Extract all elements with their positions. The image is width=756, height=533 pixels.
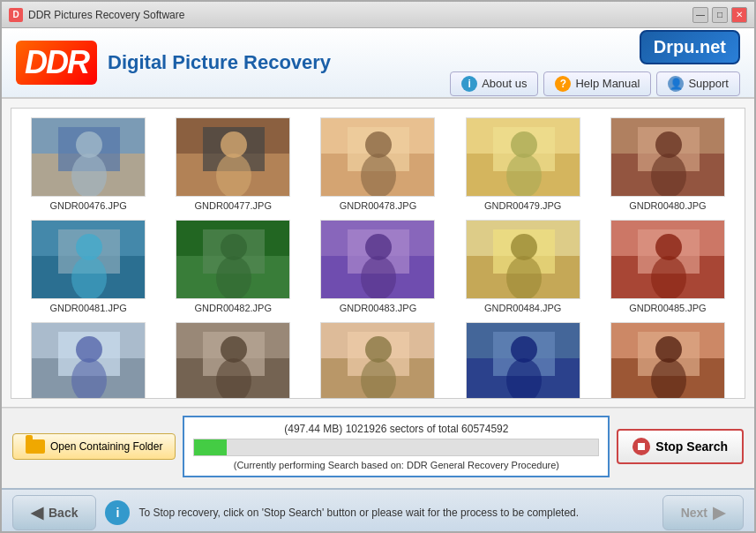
logo-section: DDR Digital Picture Recovery [16,41,331,85]
next-arrow-icon: ▶ [713,503,725,522]
next-button[interactable]: Next ▶ [662,495,744,530]
minimize-button[interactable]: — [692,7,708,23]
gallery-item[interactable]: GNDR00477.JPG [165,117,301,211]
progress-subtext: (Currently performing Search based on: D… [193,460,599,470]
next-label: Next [681,506,707,520]
svg-point-24 [651,154,686,197]
open-containing-folder-button[interactable]: Open Containing Folder [12,433,176,460]
gallery-item[interactable]: GNDR00487.JPG [165,322,301,398]
gallery-container: GNDR00476.JPGGNDR00477.JPGGNDR00478.JPGG… [11,108,745,399]
gallery-filename: GNDR00482.JPG [195,303,272,313]
progress-text: (497.44 MB) 1021926 sectors of total 605… [193,423,599,435]
progress-bar-fill [194,439,227,455]
gallery-filename: GNDR00485.JPG [629,303,706,313]
close-button[interactable]: ✕ [731,7,747,23]
svg-point-4 [71,154,107,197]
title-controls: — □ ✕ [692,7,747,23]
gallery-scroll[interactable]: GNDR00476.JPGGNDR00477.JPGGNDR00478.JPGG… [11,109,745,398]
support-label: Support [688,77,729,90]
app-icon: D [9,8,23,22]
gallery-item[interactable]: GNDR00489.JPG [455,322,591,398]
svg-point-49 [651,256,686,299]
gallery-thumbnail [31,117,146,197]
stop-icon [632,438,650,455]
gallery-thumbnail [320,322,435,398]
gallery-thumbnail [466,322,580,398]
gallery-item[interactable]: GNDR00483.JPG [310,220,445,313]
header: DDR Digital Picture Recovery Drpu.net i … [2,28,754,99]
svg-point-34 [216,256,251,299]
gallery-filename: GNDR00480.JPG [629,200,706,211]
gallery-thumbnail [610,220,725,299]
header-right: Drpu.net i About us ? Help Manual 👤 Supp… [450,30,740,96]
gallery-item[interactable]: GNDR00484.JPG [455,220,591,313]
svg-point-44 [506,256,542,299]
gallery-item[interactable]: GNDR00490.JPG [600,322,736,398]
gallery-thumbnail [176,220,290,299]
svg-point-9 [216,154,251,197]
progress-area: (497.44 MB) 1021926 sectors of total 605… [183,416,610,477]
gallery-thumbnail [320,220,435,299]
about-us-label: About us [482,77,527,90]
gallery-filename: GNDR00477.JPG [195,200,272,211]
gallery-item[interactable]: GNDR00478.JPG [310,117,445,211]
nav-buttons: i About us ? Help Manual 👤 Support [450,71,740,96]
gallery-item[interactable]: GNDR00481.JPG [20,220,156,313]
bottom-panel: Open Containing Folder (497.44 MB) 10219… [2,408,754,488]
logo-title: Digital Picture Recovery [108,51,331,74]
title-bar-left: D DDR Pictures Recovery Software [9,8,184,22]
back-label: Back [49,506,78,520]
gallery-thumbnail [610,322,725,398]
progress-bar-container [193,439,599,456]
folder-icon [26,439,45,454]
gallery-item[interactable]: GNDR00479.JPG [455,117,591,211]
maximize-button[interactable]: □ [712,7,728,23]
gallery-filename: GNDR00479.JPG [484,200,561,211]
gallery-thumbnail [176,322,290,398]
stop-search-button[interactable]: Stop Search [617,429,744,464]
gallery-item[interactable]: GNDR00476.JPG [20,117,156,211]
progress-section: Open Containing Folder (497.44 MB) 10219… [12,416,744,477]
svg-point-19 [506,154,542,197]
gallery-filename: GNDR00484.JPG [484,303,561,313]
gallery-filename: GNDR00476.JPG [49,200,126,211]
window-title: DDR Pictures Recovery Software [28,9,184,21]
logo-ddr: DDR [16,41,97,85]
open-folder-label: Open Containing Folder [50,440,162,453]
support-icon: 👤 [668,76,684,92]
help-icon: ? [555,76,571,92]
gallery-item[interactable]: GNDR00480.JPG [600,117,736,211]
gallery-item[interactable]: GNDR00488.JPG [310,322,445,398]
gallery-thumbnail [31,322,146,398]
back-arrow-icon: ◀ [31,503,43,522]
help-manual-button[interactable]: ? Help Manual [543,71,651,96]
gallery-item[interactable]: GNDR00485.JPG [600,220,736,313]
gallery-thumbnail [466,117,580,197]
svg-point-29 [71,256,107,299]
gallery-thumbnail [176,117,290,197]
gallery-filename: GNDR00483.JPG [340,303,416,313]
footer-message: To Stop recovery, click on 'Stop Search'… [138,507,653,519]
main-content: GNDR00476.JPGGNDR00477.JPGGNDR00478.JPGG… [2,99,754,408]
gallery-filename: GNDR00481.JPG [49,303,126,313]
gallery-thumbnail [610,117,725,197]
gallery-thumbnail [31,220,146,299]
gallery-thumbnail [320,117,435,197]
gallery-item[interactable]: GNDR00486.JPG [20,322,156,398]
drpu-badge: Drpu.net [640,30,740,64]
help-manual-label: Help Manual [575,77,640,90]
svg-point-39 [361,256,396,299]
title-bar: D DDR Pictures Recovery Software — □ ✕ [2,2,754,28]
info-icon: i [461,76,477,92]
gallery-grid: GNDR00476.JPGGNDR00477.JPGGNDR00478.JPGG… [20,117,736,398]
stop-search-label: Stop Search [655,439,728,454]
back-button[interactable]: ◀ Back [12,495,96,530]
about-us-button[interactable]: i About us [450,71,538,96]
svg-point-14 [361,154,396,197]
gallery-filename: GNDR00478.JPG [340,200,416,211]
footer: ◀ Back i To Stop recovery, click on 'Sto… [2,488,754,533]
support-button[interactable]: 👤 Support [656,71,740,96]
footer-info-icon: i [105,500,130,525]
gallery-thumbnail [466,220,580,299]
gallery-item[interactable]: GNDR00482.JPG [165,220,301,313]
